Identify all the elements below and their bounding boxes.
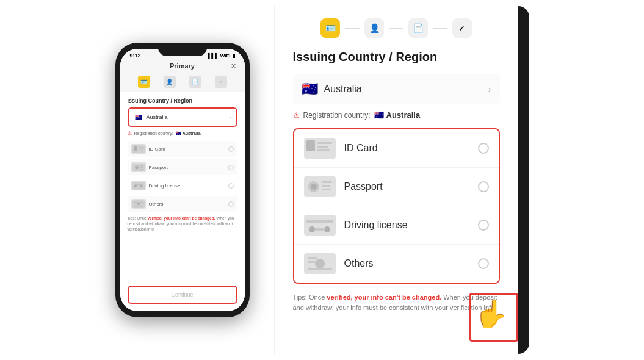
svg-rect-35 [308,257,317,259]
others-thumb [131,199,146,209]
svg-point-5 [135,165,139,169]
cursor-area: 👆 [469,293,518,342]
doc-left: Others [131,199,164,209]
registration-row: ⚠ Registration country: 🇦🇺 Australia [128,131,237,136]
step-3-icon: 📄 [189,76,201,88]
phone-content: Issuing Country / Region 🇦🇺 Australia › … [120,92,245,281]
exp-driving-label: Driving license [344,220,408,231]
step-line-3 [204,82,212,82]
phone-footer: Continue [120,281,245,311]
svg-rect-15 [134,202,143,203]
exp-passport-radio[interactable] [478,181,489,192]
country-selector[interactable]: 🇦🇺 Australia › [128,107,237,127]
tips-verified: verified, your info can't be changed. [148,216,215,220]
driving-radio[interactable] [228,183,234,189]
passport-label: Passport [149,165,168,170]
exp-driving-thumb [304,215,336,236]
exp-step-1: 🪪 [320,18,340,38]
driving-thumb [131,181,146,190]
exp-chevron: › [488,84,491,94]
doc-left: Passport [131,162,168,172]
exp-others-radio[interactable] [478,258,489,269]
signal-icon: ▌▌▌ [208,53,219,59]
exp-reg-value: 🇦🇺 Australia [374,110,421,120]
svg-rect-6 [140,165,143,167]
exp-id-radio[interactable] [478,143,489,154]
svg-rect-8 [140,169,143,170]
exp-doc-driving[interactable]: Driving license [294,206,499,245]
reg-flag: 🇦🇺 [176,131,181,136]
exp-reg-row: ⚠ Registration country: 🇦🇺 Australia [293,110,500,120]
exp-driving-radio[interactable] [478,220,489,231]
svg-rect-21 [317,149,330,151]
exp-doc-left: Driving license [304,215,408,236]
exp-step-2: 👤 [364,18,384,38]
reg-country: Australia [183,131,201,135]
country-name-small: Australia [147,114,168,120]
svg-point-30 [309,226,315,232]
phone-mockup: 9:12 ▌▌▌ WiFi ▮ Primary ✕ 🪪 👤 [115,43,250,317]
phone-doc-others[interactable]: Others [128,196,237,212]
id-card-thumb [131,144,146,154]
svg-point-14 [137,203,140,205]
exp-tips-prefix: Tips: Once [293,293,327,301]
exp-id-thumb [304,138,336,159]
exp-doc-id-card[interactable]: ID Card [294,129,499,168]
exp-line-1 [345,28,360,29]
exp-step-indicator: 🪪 👤 📄 ✓ [293,18,500,38]
step-line-1 [153,82,161,82]
time-display: 9:12 [130,52,141,59]
tips-prefix: Tips: Once [128,216,148,220]
country-left: 🇦🇺 Australia [134,112,168,122]
exp-country-selector[interactable]: 🇦🇺 Australia › [293,74,500,104]
others-radio[interactable] [228,201,234,207]
svg-point-24 [311,184,317,190]
svg-point-31 [324,226,330,232]
svg-rect-27 [322,189,331,190]
svg-rect-25 [322,181,332,183]
svg-point-10 [134,184,137,187]
exp-country-name: Australia [324,84,362,95]
svg-rect-1 [134,146,137,151]
battery-icon: ▮ [233,53,235,59]
exp-line-3 [433,28,447,29]
svg-rect-12 [134,184,143,185]
exp-australia-flag: 🇦🇺 [302,81,318,97]
svg-rect-16 [134,206,143,207]
svg-rect-32 [315,228,325,231]
exp-step-3: 📄 [408,18,428,38]
svg-rect-36 [308,261,315,263]
exp-others-label: Others [344,258,374,269]
svg-rect-26 [322,185,330,187]
step-1-icon: 🪪 [138,76,150,88]
tips-text-phone: Tips: Once verified, your info can't be … [128,212,237,234]
phone-title: Primary [170,62,195,70]
exp-doc-left: ID Card [304,138,378,159]
phone-doc-id-card[interactable]: ID Card [128,141,237,157]
exp-doc-passport[interactable]: Passport [294,168,499,206]
exp-doc-others[interactable]: Others [294,245,499,283]
svg-rect-28 [304,215,336,236]
exp-line-2 [389,28,403,29]
svg-rect-37 [308,268,332,270]
exp-others-thumb [304,253,336,274]
step-indicator: 🪪 👤 📄 ✓ [120,73,245,92]
passport-thumb [131,162,146,172]
phone-right-edge [518,6,529,354]
svg-point-11 [139,184,142,187]
phone-doc-driving[interactable]: Driving license [128,178,237,193]
reg-icon: ⚠ [128,131,132,136]
svg-rect-7 [140,167,143,168]
svg-rect-18 [306,140,315,151]
continue-button[interactable]: Continue [128,286,237,304]
passport-radio[interactable] [228,165,234,170]
others-label: Others [149,201,164,207]
country-chevron: › [230,114,231,120]
svg-point-34 [315,259,325,268]
close-button[interactable]: ✕ [231,62,236,70]
exp-reg-label: Registration country: [303,111,371,120]
phone-screen: 9:12 ▌▌▌ WiFi ▮ Primary ✕ 🪪 👤 [120,49,245,311]
id-card-radio[interactable] [228,146,234,152]
exp-section-title: Issuing Country / Region [293,50,500,64]
phone-doc-passport[interactable]: Passport [128,159,237,175]
